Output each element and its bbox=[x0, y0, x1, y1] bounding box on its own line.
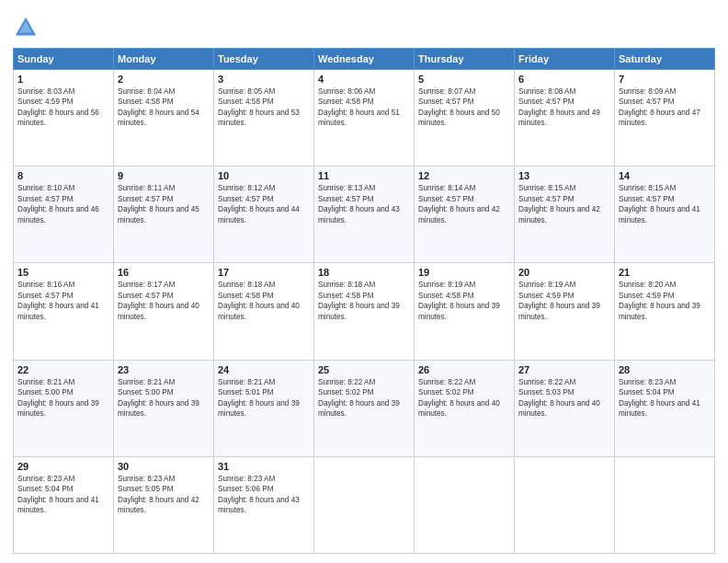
day-number: 6 bbox=[518, 74, 610, 85]
calendar-table: SundayMondayTuesdayWednesdayThursdayFrid… bbox=[13, 48, 715, 554]
day-number: 22 bbox=[17, 364, 109, 375]
day-info: Sunrise: 8:06 AMSunset: 4:58 PMDaylight:… bbox=[318, 87, 400, 127]
day-info: Sunrise: 8:19 AMSunset: 4:58 PMDaylight:… bbox=[418, 281, 500, 320]
day-info: Sunrise: 8:09 AMSunset: 4:57 PMDaylight:… bbox=[619, 87, 700, 127]
page-container: SundayMondayTuesdayWednesdayThursdayFrid… bbox=[0, 0, 728, 563]
day-number: 16 bbox=[118, 267, 210, 278]
calendar-cell bbox=[314, 456, 415, 553]
day-number: 21 bbox=[619, 267, 711, 278]
calendar-cell: 31 Sunrise: 8:23 AMSunset: 5:06 PMDaylig… bbox=[214, 456, 314, 553]
day-number: 8 bbox=[17, 170, 109, 181]
calendar-cell: 18 Sunrise: 8:18 AMSunset: 4:58 PMDaylig… bbox=[314, 263, 415, 360]
day-number: 11 bbox=[318, 170, 410, 181]
day-info: Sunrise: 8:15 AMSunset: 4:57 PMDaylight:… bbox=[518, 184, 600, 224]
calendar-week-5: 29 Sunrise: 8:23 AMSunset: 5:04 PMDaylig… bbox=[14, 456, 715, 553]
calendar-header-wednesday: Wednesday bbox=[314, 49, 415, 70]
calendar-cell bbox=[515, 456, 615, 553]
day-number: 30 bbox=[118, 461, 210, 472]
day-info: Sunrise: 8:21 AMSunset: 5:00 PMDaylight:… bbox=[17, 378, 99, 418]
day-number: 15 bbox=[17, 267, 109, 278]
day-info: Sunrise: 8:16 AMSunset: 4:57 PMDaylight:… bbox=[17, 281, 99, 320]
day-info: Sunrise: 8:23 AMSunset: 5:04 PMDaylight:… bbox=[17, 475, 99, 514]
logo-icon bbox=[13, 15, 39, 40]
day-info: Sunrise: 8:23 AMSunset: 5:05 PMDaylight:… bbox=[118, 475, 199, 514]
calendar-week-4: 22 Sunrise: 8:21 AMSunset: 5:00 PMDaylig… bbox=[14, 360, 715, 456]
calendar-cell: 8 Sunrise: 8:10 AMSunset: 4:57 PMDayligh… bbox=[14, 167, 114, 263]
calendar-cell: 22 Sunrise: 8:21 AMSunset: 5:00 PMDaylig… bbox=[14, 360, 114, 456]
day-info: Sunrise: 8:04 AMSunset: 4:58 PMDaylight:… bbox=[118, 87, 199, 127]
calendar-header-monday: Monday bbox=[114, 49, 214, 70]
day-number: 4 bbox=[318, 74, 410, 85]
day-number: 28 bbox=[619, 364, 711, 375]
calendar-cell: 30 Sunrise: 8:23 AMSunset: 5:05 PMDaylig… bbox=[114, 456, 214, 553]
calendar-cell bbox=[415, 456, 515, 553]
day-info: Sunrise: 8:07 AMSunset: 4:57 PMDaylight:… bbox=[418, 87, 500, 127]
day-info: Sunrise: 8:08 AMSunset: 4:57 PMDaylight:… bbox=[518, 87, 600, 127]
day-number: 29 bbox=[17, 461, 109, 472]
calendar-cell: 21 Sunrise: 8:20 AMSunset: 4:59 PMDaylig… bbox=[615, 263, 715, 360]
day-number: 2 bbox=[118, 74, 210, 85]
calendar-cell: 27 Sunrise: 8:22 AMSunset: 5:03 PMDaylig… bbox=[515, 360, 615, 456]
calendar-cell: 7 Sunrise: 8:09 AMSunset: 4:57 PMDayligh… bbox=[615, 70, 715, 167]
calendar-cell bbox=[615, 456, 715, 553]
day-info: Sunrise: 8:12 AMSunset: 4:57 PMDaylight:… bbox=[218, 184, 300, 224]
calendar-cell: 20 Sunrise: 8:19 AMSunset: 4:59 PMDaylig… bbox=[515, 263, 615, 360]
calendar-week-1: 1 Sunrise: 8:03 AMSunset: 4:59 PMDayligh… bbox=[14, 70, 715, 167]
calendar-cell: 12 Sunrise: 8:14 AMSunset: 4:57 PMDaylig… bbox=[415, 167, 515, 263]
day-info: Sunrise: 8:22 AMSunset: 5:03 PMDaylight:… bbox=[518, 378, 600, 418]
day-number: 1 bbox=[17, 74, 109, 85]
calendar-cell: 25 Sunrise: 8:22 AMSunset: 5:02 PMDaylig… bbox=[314, 360, 415, 456]
logo bbox=[13, 15, 42, 40]
day-info: Sunrise: 8:13 AMSunset: 4:57 PMDaylight:… bbox=[318, 184, 400, 224]
calendar-cell: 23 Sunrise: 8:21 AMSunset: 5:00 PMDaylig… bbox=[114, 360, 214, 456]
calendar-week-2: 8 Sunrise: 8:10 AMSunset: 4:57 PMDayligh… bbox=[14, 167, 715, 263]
day-info: Sunrise: 8:15 AMSunset: 4:57 PMDaylight:… bbox=[619, 184, 700, 224]
day-number: 25 bbox=[318, 364, 410, 375]
calendar-cell: 16 Sunrise: 8:17 AMSunset: 4:57 PMDaylig… bbox=[114, 263, 214, 360]
calendar-header-friday: Friday bbox=[515, 49, 615, 70]
calendar-cell: 28 Sunrise: 8:23 AMSunset: 5:04 PMDaylig… bbox=[615, 360, 715, 456]
day-info: Sunrise: 8:21 AMSunset: 5:01 PMDaylight:… bbox=[218, 378, 300, 418]
day-number: 14 bbox=[619, 170, 711, 181]
calendar-header-sunday: Sunday bbox=[14, 49, 114, 70]
calendar-cell: 3 Sunrise: 8:05 AMSunset: 4:58 PMDayligh… bbox=[214, 70, 314, 167]
calendar-cell: 2 Sunrise: 8:04 AMSunset: 4:58 PMDayligh… bbox=[114, 70, 214, 167]
day-number: 19 bbox=[418, 267, 510, 278]
day-number: 27 bbox=[518, 364, 610, 375]
day-number: 31 bbox=[218, 461, 310, 472]
calendar-header-tuesday: Tuesday bbox=[214, 49, 314, 70]
day-info: Sunrise: 8:18 AMSunset: 4:58 PMDaylight:… bbox=[318, 281, 400, 320]
day-number: 12 bbox=[418, 170, 510, 181]
day-number: 18 bbox=[318, 267, 410, 278]
day-number: 10 bbox=[218, 170, 310, 181]
day-number: 17 bbox=[218, 267, 310, 278]
day-number: 26 bbox=[418, 364, 510, 375]
day-number: 13 bbox=[518, 170, 610, 181]
day-info: Sunrise: 8:23 AMSunset: 5:04 PMDaylight:… bbox=[619, 378, 700, 418]
calendar-header-row: SundayMondayTuesdayWednesdayThursdayFrid… bbox=[14, 49, 715, 70]
day-info: Sunrise: 8:11 AMSunset: 4:57 PMDaylight:… bbox=[118, 184, 199, 224]
day-number: 5 bbox=[418, 74, 510, 85]
day-number: 20 bbox=[518, 267, 610, 278]
day-info: Sunrise: 8:03 AMSunset: 4:59 PMDaylight:… bbox=[17, 87, 99, 127]
calendar-cell: 24 Sunrise: 8:21 AMSunset: 5:01 PMDaylig… bbox=[214, 360, 314, 456]
calendar-week-3: 15 Sunrise: 8:16 AMSunset: 4:57 PMDaylig… bbox=[14, 263, 715, 360]
day-info: Sunrise: 8:19 AMSunset: 4:59 PMDaylight:… bbox=[518, 281, 600, 320]
calendar-header-saturday: Saturday bbox=[615, 49, 715, 70]
calendar-cell: 5 Sunrise: 8:07 AMSunset: 4:57 PMDayligh… bbox=[415, 70, 515, 167]
page-header bbox=[13, 11, 715, 40]
calendar-cell: 14 Sunrise: 8:15 AMSunset: 4:57 PMDaylig… bbox=[615, 167, 715, 263]
day-info: Sunrise: 8:21 AMSunset: 5:00 PMDaylight:… bbox=[118, 378, 199, 418]
day-number: 7 bbox=[619, 74, 711, 85]
calendar-cell: 4 Sunrise: 8:06 AMSunset: 4:58 PMDayligh… bbox=[314, 70, 415, 167]
calendar-cell: 6 Sunrise: 8:08 AMSunset: 4:57 PMDayligh… bbox=[515, 70, 615, 167]
calendar-cell: 10 Sunrise: 8:12 AMSunset: 4:57 PMDaylig… bbox=[214, 167, 314, 263]
calendar-cell: 13 Sunrise: 8:15 AMSunset: 4:57 PMDaylig… bbox=[515, 167, 615, 263]
day-info: Sunrise: 8:23 AMSunset: 5:06 PMDaylight:… bbox=[218, 475, 300, 514]
day-info: Sunrise: 8:20 AMSunset: 4:59 PMDaylight:… bbox=[619, 281, 700, 320]
calendar-header-thursday: Thursday bbox=[415, 49, 515, 70]
day-number: 9 bbox=[118, 170, 210, 181]
calendar-cell: 29 Sunrise: 8:23 AMSunset: 5:04 PMDaylig… bbox=[14, 456, 114, 553]
calendar-cell: 19 Sunrise: 8:19 AMSunset: 4:58 PMDaylig… bbox=[415, 263, 515, 360]
day-number: 24 bbox=[218, 364, 310, 375]
